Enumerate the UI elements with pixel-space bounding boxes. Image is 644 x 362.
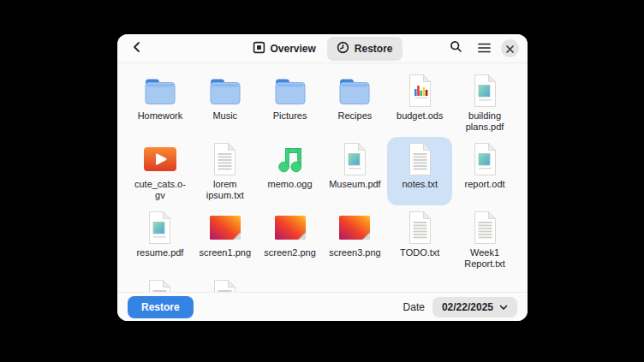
restore-window: Overview Restore bbox=[117, 34, 528, 321]
file-label: Homework bbox=[138, 110, 183, 122]
action-bar: Restore Date 02/22/2025 bbox=[117, 292, 528, 321]
file-label: notes.txt bbox=[402, 179, 438, 190]
image-icon bbox=[337, 210, 372, 246]
date-dropdown[interactable]: 02/22/2025 bbox=[432, 297, 517, 317]
view-switcher: Overview Restore bbox=[242, 37, 402, 61]
image-icon bbox=[208, 210, 242, 246]
file-item[interactable]: budget.ods bbox=[387, 68, 452, 137]
folder-icon bbox=[208, 73, 242, 109]
text-icon bbox=[471, 210, 499, 246]
header-actions bbox=[444, 38, 519, 60]
file-label: screen2.png bbox=[264, 247, 316, 258]
chevron-down-icon bbox=[499, 301, 508, 313]
image-doc-icon bbox=[471, 141, 499, 177]
text-icon bbox=[211, 278, 239, 292]
folder-icon bbox=[143, 73, 177, 109]
folder-icon bbox=[273, 73, 307, 109]
file-label: lorem ipsum.txt bbox=[206, 179, 244, 201]
close-icon bbox=[506, 41, 514, 56]
date-value: 02/22/2025 bbox=[442, 301, 493, 313]
back-button[interactable] bbox=[126, 38, 148, 60]
text-icon bbox=[211, 141, 239, 177]
file-label: Week1 Report.txt bbox=[464, 247, 505, 270]
file-label: Music bbox=[212, 110, 237, 122]
file-label: TODO.txt bbox=[400, 247, 439, 258]
image-icon bbox=[273, 210, 307, 246]
file-label: report.odt bbox=[465, 179, 505, 190]
file-label: Recipes bbox=[338, 110, 373, 122]
file-label: screen1.png bbox=[199, 247, 251, 258]
search-icon bbox=[450, 40, 462, 56]
file-item[interactable]: Recipes bbox=[323, 68, 388, 137]
file-item[interactable]: cute_cats.o- gv bbox=[128, 137, 193, 205]
image-doc-icon bbox=[146, 210, 174, 246]
tab-restore-label: Restore bbox=[355, 43, 393, 55]
history-clock-icon bbox=[337, 41, 349, 56]
search-button[interactable] bbox=[444, 38, 467, 60]
file-label: resume.pdf bbox=[136, 247, 183, 258]
file-label: memo.ogg bbox=[268, 179, 313, 190]
file-item[interactable]: notes.txt bbox=[387, 137, 452, 205]
file-item[interactable] bbox=[193, 274, 258, 292]
file-label: budget.ods bbox=[397, 110, 443, 122]
close-button[interactable] bbox=[501, 39, 519, 57]
file-item[interactable]: screen3.png bbox=[323, 205, 388, 274]
date-selector: Date 02/22/2025 bbox=[403, 297, 517, 317]
audio-icon bbox=[275, 141, 306, 177]
date-label: Date bbox=[403, 301, 425, 313]
file-label: Pictures bbox=[273, 110, 307, 122]
video-icon bbox=[143, 141, 177, 177]
file-item[interactable]: TODO.txt bbox=[387, 205, 452, 274]
folder-icon bbox=[337, 73, 372, 109]
file-label: cute_cats.o- gv bbox=[134, 179, 186, 201]
file-grid: Homework Music Pictures Recipes budget.o… bbox=[128, 68, 517, 292]
menu-button[interactable] bbox=[473, 38, 495, 60]
file-item[interactable]: lorem ipsum.txt bbox=[193, 137, 258, 205]
file-item[interactable]: Homework bbox=[128, 68, 193, 137]
header-bar: Overview Restore bbox=[117, 34, 528, 63]
restore-button[interactable]: Restore bbox=[128, 296, 194, 318]
file-item[interactable]: screen1.png bbox=[193, 205, 258, 274]
file-item[interactable]: resume.pdf bbox=[128, 205, 193, 274]
file-label: building plans.pdf bbox=[466, 110, 504, 133]
file-item[interactable]: report.odt bbox=[452, 137, 517, 205]
text-icon bbox=[146, 278, 174, 292]
overview-icon bbox=[252, 41, 265, 56]
file-label: Museum.pdf bbox=[329, 179, 381, 190]
file-item[interactable]: Week1 Report.txt bbox=[452, 205, 517, 274]
image-doc-icon bbox=[471, 73, 499, 109]
image-doc-icon bbox=[341, 141, 369, 177]
hamburger-menu-icon bbox=[478, 41, 491, 56]
file-item[interactable]: Music bbox=[193, 68, 258, 137]
text-icon bbox=[406, 210, 434, 246]
file-item[interactable]: screen2.png bbox=[258, 205, 323, 274]
tab-overview[interactable]: Overview bbox=[242, 37, 325, 61]
file-item[interactable]: memo.ogg bbox=[258, 137, 323, 205]
text-icon bbox=[406, 141, 434, 177]
file-browser: Homework Music Pictures Recipes budget.o… bbox=[117, 63, 528, 292]
tab-overview-label: Overview bbox=[270, 43, 315, 55]
spreadsheet-icon bbox=[406, 73, 434, 109]
tab-restore[interactable]: Restore bbox=[327, 37, 402, 61]
file-label: screen3.png bbox=[329, 247, 381, 258]
file-item[interactable] bbox=[128, 274, 193, 292]
file-item[interactable]: building plans.pdf bbox=[452, 68, 517, 137]
chevron-left-icon bbox=[131, 41, 143, 56]
file-item[interactable]: Museum.pdf bbox=[323, 137, 388, 205]
file-item[interactable]: Pictures bbox=[258, 68, 323, 137]
